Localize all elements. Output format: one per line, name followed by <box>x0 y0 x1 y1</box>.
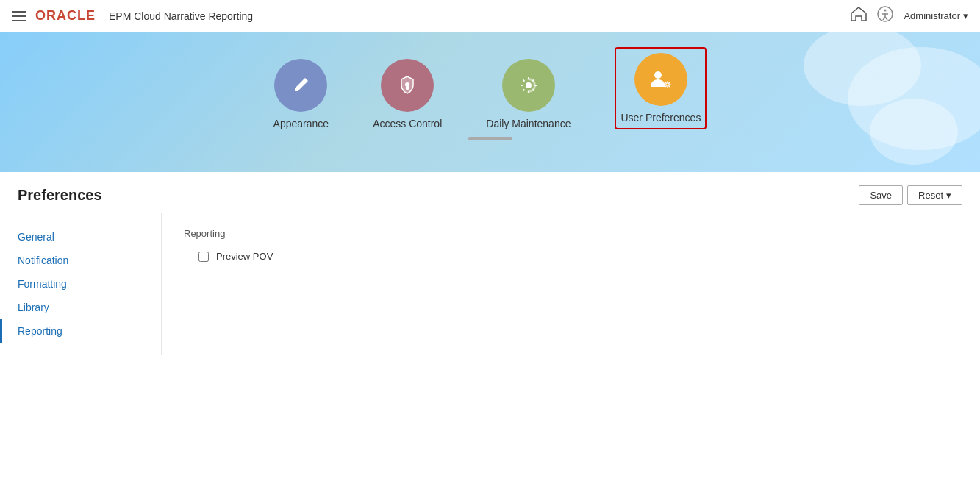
banner: Appearance Access Control <box>0 32 980 172</box>
reset-label: Reset <box>918 190 943 201</box>
preferences-panel: Reporting Preview POV <box>162 213 980 355</box>
sidebar-item-general[interactable]: General <box>0 225 161 249</box>
content-area: General Notification Formatting Library … <box>0 213 980 355</box>
banner-clouds <box>759 32 980 172</box>
sidebar-item-notification[interactable]: Notification <box>0 249 161 272</box>
panel-section-title: Reporting <box>184 228 958 239</box>
reset-button[interactable]: Reset ▾ <box>907 185 962 205</box>
preferences-header: Preferences Save Reset ▾ <box>0 172 980 213</box>
top-bar: ORACLE EPM Cloud Narrative Reporting Adm… <box>0 0 980 32</box>
preview-pov-checkbox[interactable] <box>198 252 209 262</box>
nav-icons: Appearance Access Control <box>273 47 707 129</box>
appearance-icon-circle <box>274 59 327 112</box>
sidebar-item-formatting[interactable]: Formatting <box>0 272 161 296</box>
banner-divider <box>468 137 512 140</box>
access-control-label: Access Control <box>373 118 442 129</box>
user-preferences-icon-circle <box>634 53 687 106</box>
svg-line-13 <box>523 79 524 81</box>
app-title: EPM Cloud Narrative Reporting <box>109 10 253 22</box>
top-bar-right: Administrator ▾ <box>851 6 968 26</box>
accessibility-icon[interactable] <box>877 6 893 26</box>
admin-label: Administrator <box>904 10 960 21</box>
main-content: Preferences Save Reset ▾ General Notific… <box>0 172 980 355</box>
reset-dropdown-icon: ▾ <box>946 190 951 201</box>
daily-maintenance-label: Daily Maintenance <box>486 118 571 129</box>
sidebar-item-library[interactable]: Library <box>0 296 161 319</box>
header-buttons: Save Reset ▾ <box>859 185 962 205</box>
svg-line-16 <box>523 90 524 91</box>
svg-point-8 <box>526 82 532 88</box>
preview-pov-label[interactable]: Preview POV <box>216 251 273 262</box>
chevron-down-icon: ▾ <box>963 10 968 21</box>
nav-item-daily-maintenance[interactable]: Daily Maintenance <box>486 59 571 129</box>
save-button[interactable]: Save <box>859 185 903 205</box>
top-bar-left: ORACLE EPM Cloud Narrative Reporting <box>12 8 253 24</box>
svg-point-1 <box>884 10 887 12</box>
nav-item-access-control[interactable]: Access Control <box>373 59 442 129</box>
user-preferences-label: User Preferences <box>620 112 701 124</box>
nav-item-appearance[interactable]: Appearance <box>273 59 329 129</box>
sidebar-item-reporting[interactable]: Reporting <box>0 319 161 343</box>
admin-menu[interactable]: Administrator ▾ <box>904 10 968 21</box>
daily-maintenance-icon-circle <box>502 59 555 112</box>
appearance-label: Appearance <box>273 118 329 129</box>
svg-point-17 <box>654 71 662 79</box>
svg-rect-7 <box>406 86 409 90</box>
preferences-title: Preferences <box>18 187 102 204</box>
preview-pov-row: Preview POV <box>198 251 958 262</box>
svg-line-5 <box>885 17 887 20</box>
access-control-icon-circle <box>381 59 434 112</box>
sidebar: General Notification Formatting Library … <box>0 213 162 355</box>
oracle-logo: ORACLE <box>35 8 96 24</box>
home-icon[interactable] <box>851 7 867 25</box>
hamburger-menu[interactable] <box>12 11 26 21</box>
nav-item-user-preferences[interactable]: User Preferences <box>615 47 707 129</box>
